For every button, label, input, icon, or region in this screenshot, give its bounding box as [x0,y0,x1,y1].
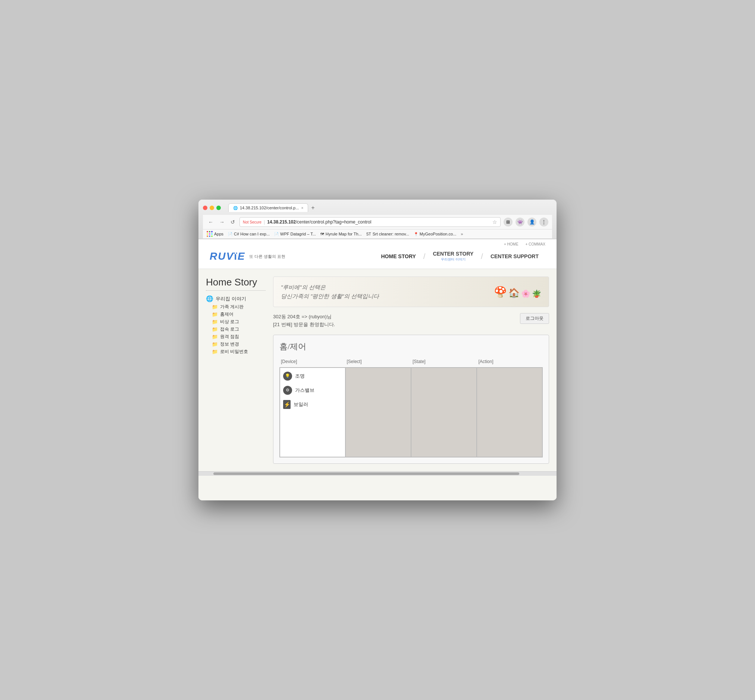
top-link-home[interactable]: HOME [504,242,518,246]
new-tab-button[interactable]: + [310,205,316,211]
tab-favicon-icon: 🌐 [233,206,238,210]
bookmark-star-icon[interactable]: ☆ [492,219,497,225]
url-bar[interactable]: Not Secure | 14.38.215.102/center/contro… [239,217,501,227]
sidebar-item-0[interactable]: 📁 가족 게시판 [212,304,265,310]
bookmark-label-0: C# How can I exp... [234,232,270,236]
tab-close-icon[interactable]: × [301,206,303,210]
sidebar-child-label-3: 접속 로그 [220,326,239,333]
folder-icon-1: 📁 [212,312,218,317]
welcome-line1: 302동 204호 => (rubyon)님 [273,313,335,321]
house-icon: 🏠 [509,288,519,298]
sidebar-child-label-5: 정보 변경 [220,341,239,347]
apps-label: Apps [214,232,223,236]
welcome-line2: [21 번째] 방문을 환영합니다. [273,321,335,329]
sidebar-child-label-6: 로비 비밀번호 [220,348,248,355]
logo-area: RUVïE 또 다른 생활의 표현 [210,250,285,262]
device-item-0[interactable]: 💡 조명 [283,372,342,381]
panel-grid: 💡 조명 ⚙ 가스밸브 ⚡ 보일러 [279,367,543,458]
reload-button[interactable]: ↺ [229,218,237,226]
bookmark-label-2: Hyrule Map for Th... [326,232,362,236]
nav-home-story[interactable]: HOME STORY [374,250,422,262]
sidebar-child-label-2: 비상 로그 [220,319,239,325]
sidebar-item-1[interactable]: 📁 홈제어 [212,311,265,317]
boiler-icon: ⚡ [283,400,290,409]
close-button[interactable] [203,206,207,210]
banner-line2: 당신가족의 "평안한 생활"의 선택입니다 [281,293,379,299]
nav-center-support[interactable]: CENTER SUPPORT [484,250,545,262]
apps-grid-icon [207,231,213,237]
nav-divider-1: / [423,252,426,261]
globe-icon: 🌐 [206,295,214,302]
traffic-lights [203,206,221,210]
welcome-text: 302동 204호 => (rubyon)님 [21 번째] 방문을 환영합니다… [273,313,335,329]
bookmark-favicon-4: 📍 [414,232,418,236]
tab-title: 14.38.215.102/center/control.p... [240,206,299,210]
mushroom-icon: 🍄 [494,286,507,298]
folder-icon-3: 📁 [212,327,218,332]
bookmark-item-2[interactable]: 🗺 Hyrule Map for Th... [320,232,362,236]
scrollbar-thumb[interactable] [214,472,519,475]
site-logo[interactable]: RUVïE [210,250,245,262]
url-path: /center/control.php?tag=home_control [296,219,371,225]
banner-decoration: 🍄 🏠 🌸 🪴 [494,286,541,298]
gas-valve-icon: ⚙ [283,386,292,395]
page-scrollbar[interactable] [198,471,557,476]
device-name-0: 조명 [295,373,305,380]
sidebar-child-label-4: 원격 점침 [220,334,239,340]
folder-icon-4: 📁 [212,334,218,339]
device-column: 💡 조명 ⚙ 가스밸브 ⚡ 보일러 [280,367,345,457]
device-item-2[interactable]: ⚡ 보일러 [283,400,342,409]
sidebar-root-item[interactable]: 🌐 우리집 이야기 [206,295,265,302]
col-header-select: [Select] [345,359,412,364]
menu-icon[interactable]: ⋮ [540,217,548,227]
tab-bar: 🌐 14.38.215.102/center/control.p... × + [228,203,316,212]
nav-center-story[interactable]: CENTER STORY 우리센터 이야기 [426,248,480,265]
sidebar-title: Home Story [206,277,265,291]
bookmark-label-1: WPF Datagrid – T... [280,232,316,236]
maximize-button[interactable] [216,206,221,210]
logout-button[interactable]: 로그아웃 [520,313,549,324]
bookmark-item-4[interactable]: 📍 MyGeoPosition.co... [414,232,456,236]
bookmarks-more-icon[interactable]: » [461,232,463,236]
bookmark-item-1[interactable]: 📄 WPF Datagrid – T... [274,232,316,236]
url-host: 14.38.215.102 [267,219,296,225]
sidebar-item-3[interactable]: 📁 접속 로그 [212,326,265,333]
grid-icon[interactable]: ⊞ [504,217,513,227]
nav-center-story-sub: 우리센터 이야기 [433,257,473,262]
apps-bookmark[interactable]: Apps [207,231,223,237]
browser-toolbar-icons: ⊞ 👾 👤 ⋮ [504,217,548,227]
folder-icon-0: 📁 [212,304,218,310]
sidebar-item-5[interactable]: 📁 정보 변경 [212,341,265,347]
lighting-icon: 💡 [283,372,292,381]
extension-icon[interactable]: 👾 [516,217,524,227]
content-area: "루비에"의 선택은 당신가족의 "평안한 생활"의 선택입니다 🍄 🏠 🌸 🪴… [273,277,549,464]
profile-icon[interactable]: 👤 [527,217,537,227]
state-column [411,367,477,457]
minimize-button[interactable] [210,206,214,210]
site-nav: RUVïE 또 다른 생활의 표현 HOME STORY / CENTER ST… [210,248,545,269]
device-name-2: 보일러 [293,401,308,408]
main-layout: Home Story 🌐 우리집 이야기 📁 가족 게시판 📁 홈제어 [198,269,557,471]
device-name-1: 가스밸브 [295,387,315,394]
title-bar: 🌐 14.38.215.102/center/control.p... × + … [198,200,557,239]
bookmark-label-3: Srt cleaner: remov... [373,232,409,236]
forward-button[interactable]: → [218,218,226,226]
sidebar-item-2[interactable]: 📁 비상 로그 [212,319,265,325]
nav-center-support-label: CENTER SUPPORT [491,253,539,259]
banner-line1: "루비에"의 선택은 [281,284,326,290]
sidebar-tree: 🌐 우리집 이야기 📁 가족 게시판 📁 홈제어 📁 비상 로그 [206,295,265,355]
bookmark-item-0[interactable]: 📄 C# How can I exp... [228,232,270,236]
browser-tab[interactable]: 🌐 14.38.215.102/center/control.p... × [228,203,308,212]
main-nav: HOME STORY / CENTER STORY 우리센터 이야기 / CEN… [374,248,545,265]
bookmark-favicon-3: ST [366,232,371,236]
sidebar-item-4[interactable]: 📁 원격 점침 [212,334,265,340]
back-button[interactable]: ← [207,218,215,226]
bookmark-item-3[interactable]: ST Srt cleaner: remov... [366,232,409,236]
url-text: 14.38.215.102/center/control.php?tag=hom… [267,219,371,225]
top-link-commax[interactable]: COMMAX [525,242,545,246]
sidebar-item-6[interactable]: 📁 로비 비밀번호 [212,348,265,355]
banner-text: "루비에"의 선택은 당신가족의 "평안한 생활"의 선택입니다 [281,283,379,301]
device-item-1[interactable]: ⚙ 가스밸브 [283,386,342,395]
control-panel: 홈/제어 [Device] [Select] [State] [Action] … [273,335,549,464]
page-content: HOME COMMAX RUVïE 또 다른 생활의 표현 HOME STORY… [198,239,557,500]
